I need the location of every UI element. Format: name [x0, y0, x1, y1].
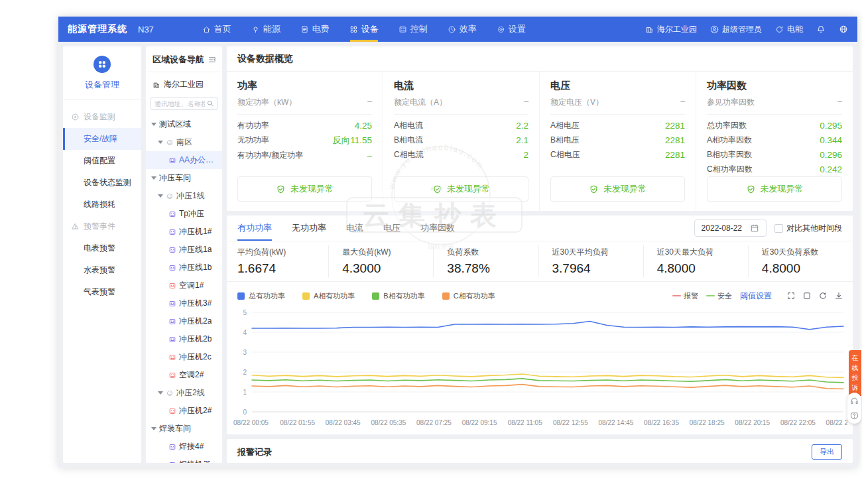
- no-anomaly-button[interactable]: 未发现异常: [237, 176, 372, 202]
- box-tool-icon[interactable]: [802, 291, 812, 300]
- tree-node-冲压线1a[interactable]: 冲压线1a: [146, 241, 222, 259]
- export-button[interactable]: 导出: [812, 444, 842, 460]
- nav-item-效率[interactable]: 效率: [438, 17, 487, 42]
- tree-node-冲压1线[interactable]: 冲压1线: [146, 187, 222, 205]
- search-icon[interactable]: [206, 99, 214, 107]
- tree-node-焊接4#[interactable]: 焊接4#: [146, 438, 222, 456]
- panel-metric-row: 总功率因数0.295: [707, 118, 842, 133]
- legend-B相有功功率[interactable]: B相有功功率: [372, 291, 424, 301]
- tab-电流[interactable]: 电流: [346, 216, 363, 241]
- navright-电能[interactable]: 电能: [775, 24, 803, 35]
- collapse-icon: [208, 55, 217, 64]
- shield-icon: [746, 184, 756, 194]
- legend-row: 总有功功率A相有功功率B相有功功率C相有功功率 报警安全 阈值设置: [227, 282, 853, 303]
- tree-node-冲压机1#[interactable]: 冲压机1#: [146, 223, 222, 241]
- svg-text:08/22 16:35: 08/22 16:35: [644, 419, 679, 426]
- tab-功率因数[interactable]: 功率因数: [420, 216, 455, 241]
- sidebar-header: 设备管理: [63, 46, 141, 99]
- nav-item-设备[interactable]: 设备: [339, 17, 389, 42]
- tab-有功功率[interactable]: 有功功率: [237, 216, 272, 241]
- tree-node-AA办公楼照明...[interactable]: AA办公楼照明...: [146, 151, 222, 169]
- caret-down-icon[interactable]: [158, 141, 163, 144]
- svg-text:08/22 03:45: 08/22 03:45: [326, 419, 361, 426]
- tree-node-空调1#[interactable]: 空调1#: [146, 277, 222, 294]
- date-picker[interactable]: 2022-08-22: [694, 220, 767, 237]
- sidebar-item-线路损耗[interactable]: 线路损耗: [63, 194, 141, 216]
- caret-down-icon[interactable]: [158, 194, 163, 198]
- caret-down-icon[interactable]: [158, 391, 163, 395]
- devbox-icon: [168, 336, 176, 344]
- legend-A相有功功率[interactable]: A相有功功率: [302, 291, 355, 301]
- nav-item-能源[interactable]: 能源: [241, 17, 290, 42]
- chart-toolbar: [786, 291, 843, 300]
- tree-node-焊装车间[interactable]: 焊装车间: [146, 420, 222, 438]
- headset-float-button[interactable]: [849, 396, 859, 406]
- collapse-icon[interactable]: [208, 55, 217, 64]
- tree-node-冲压2线[interactable]: 冲压2线: [146, 384, 222, 402]
- refresh2-tool-icon[interactable]: [818, 291, 828, 300]
- tree-node-冲压机2c[interactable]: 冲压机2c: [146, 348, 222, 366]
- tree-node-冲压机2#[interactable]: 冲压机2#: [146, 402, 222, 420]
- svg-text:08/22 23:55: 08/22 23:55: [826, 419, 847, 426]
- navright-超级管理员[interactable]: 超级管理员: [710, 24, 762, 35]
- legend-总有功功率[interactable]: 总有功功率: [237, 291, 285, 301]
- tree-node-焊接机器人C5[interactable]: 焊接机器人C5: [146, 456, 222, 463]
- compare-toggle[interactable]: 对比其他时间段: [774, 223, 842, 234]
- question-float-button[interactable]: [849, 410, 859, 420]
- sidebar-item-电表预警[interactable]: 电表预警: [63, 237, 141, 259]
- tree-node-冲压线1b[interactable]: 冲压线1b: [146, 259, 222, 277]
- no-anomaly-button[interactable]: 未发现异常: [394, 176, 528, 202]
- tree-node-空调2#[interactable]: 空调2#: [146, 366, 222, 384]
- threshold-settings-link[interactable]: 阈值设置: [740, 290, 772, 302]
- nav-item-控制[interactable]: 控制: [389, 17, 438, 42]
- download-tool-icon[interactable]: [834, 291, 843, 300]
- compare-checkbox[interactable]: [774, 224, 783, 233]
- caret-down-icon[interactable]: [151, 176, 156, 180]
- online-complaint-tab[interactable]: 在线投诉: [849, 350, 861, 396]
- panel-metric-row: 有功功率/额定功率–: [237, 148, 372, 162]
- stat-近30天平均负荷: 近30天平均负荷3.7964: [538, 245, 643, 277]
- tree-node-南区[interactable]: 南区: [146, 133, 222, 151]
- bell-button[interactable]: [816, 25, 826, 34]
- frame-tool-icon[interactable]: [786, 291, 796, 300]
- search-input[interactable]: [154, 100, 205, 107]
- sidebar-item-安全/故障[interactable]: 安全/故障: [63, 128, 141, 150]
- caret-down-icon[interactable]: [151, 427, 156, 430]
- sidebar-item-水表预警[interactable]: 水表预警: [63, 259, 141, 281]
- navright-海尔工业园[interactable]: 海尔工业园: [645, 24, 697, 35]
- sidebar-item-气表预警[interactable]: 气表预警: [63, 281, 141, 303]
- energy-icon: [251, 25, 260, 34]
- svg-text:08/22 09:15: 08/22 09:15: [462, 419, 497, 426]
- tree-site-row[interactable]: 海尔工业园: [146, 72, 222, 93]
- globe-button[interactable]: [839, 25, 848, 34]
- tree-node-Tp冲压[interactable]: Tp冲压: [146, 205, 222, 223]
- meter-icon: [166, 389, 174, 397]
- devbox-icon: [168, 371, 176, 379]
- legend-right: 报警安全 阈值设置: [672, 290, 843, 302]
- building-icon: [153, 81, 160, 89]
- app-grid-icon: [93, 56, 111, 73]
- legend-C相有功功率[interactable]: C相有功功率: [442, 291, 495, 301]
- nav-item-首页[interactable]: 首页: [192, 17, 241, 42]
- tree-node-冲压机2a[interactable]: 冲压机2a: [146, 312, 222, 330]
- caret-down-icon[interactable]: [151, 123, 156, 126]
- no-anomaly-button[interactable]: 未发现异常: [707, 176, 842, 202]
- tree-node-冲压机2b[interactable]: 冲压机2b: [146, 330, 222, 348]
- nav-item-电费[interactable]: 电费: [290, 17, 339, 42]
- nav-item-设置[interactable]: 设置: [487, 17, 536, 42]
- tree-node-测试区域[interactable]: 测试区域: [146, 115, 222, 133]
- warning-icon: [71, 222, 80, 231]
- tab-无功功率[interactable]: 无功功率: [292, 216, 326, 241]
- sidebar-item-阈值配置[interactable]: 阈值配置: [63, 150, 141, 172]
- tree-search-box: [151, 97, 217, 110]
- control-icon: [399, 25, 407, 34]
- sidebar-menu: 设备监测安全/故障阈值配置设备状态监测线路损耗预警事件电表预警水表预警气表预警: [63, 99, 141, 310]
- tree-node-冲压机3#[interactable]: 冲压机3#: [146, 294, 222, 312]
- panel-rated-row: 额定电压（V）–: [550, 97, 685, 115]
- no-anomaly-button[interactable]: 未发现异常: [550, 176, 685, 202]
- sidebar-item-设备状态监测[interactable]: 设备状态监测: [63, 172, 141, 194]
- search-icon: [206, 99, 214, 107]
- tab-电压[interactable]: 电压: [383, 216, 400, 241]
- tree-node-冲压车间[interactable]: 冲压车间: [146, 169, 222, 187]
- module-sidebar: 设备管理 设备监测安全/故障阈值配置设备状态监测线路损耗预警事件电表预警水表预警…: [63, 46, 141, 463]
